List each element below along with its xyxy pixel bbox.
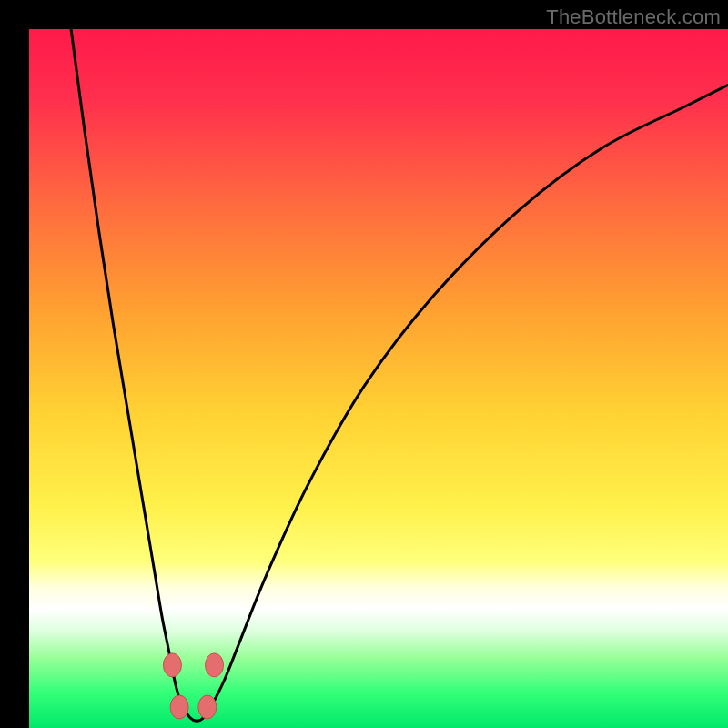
curve-marker xyxy=(206,653,224,677)
plot-area xyxy=(29,29,728,728)
curve-marker xyxy=(198,695,217,719)
curve-marker xyxy=(170,695,188,719)
curve-markers xyxy=(29,29,728,728)
watermark-text: TheBottleneck.com xyxy=(546,5,721,29)
curve-marker xyxy=(163,653,181,677)
chart-stage: TheBottleneck.com xyxy=(0,0,728,728)
